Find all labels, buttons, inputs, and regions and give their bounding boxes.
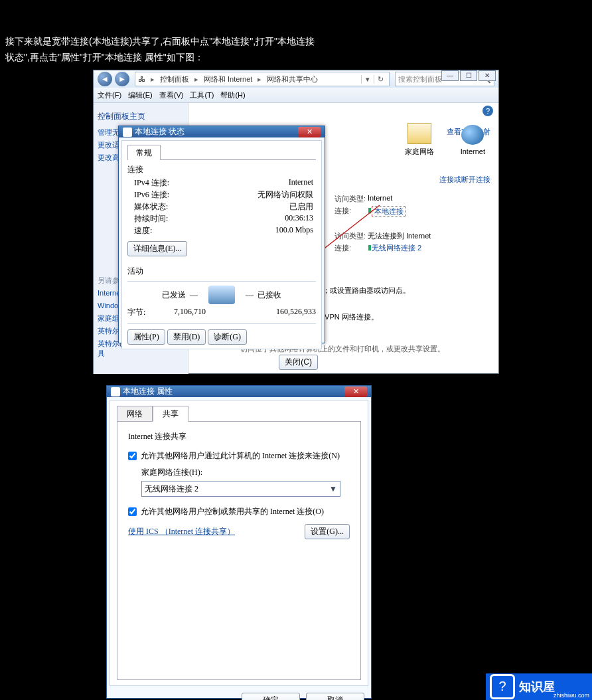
home-network-icon (407, 123, 431, 144)
article-text-1: 接下来就是宽带连接(本地连接)共享了,右面板中点"本地连接",打开"本地连接 (5, 36, 315, 48)
breadcrumb[interactable]: 🖧 ▸ 控制面板 ▸ 网络和 Internet ▸ 网络和共享中心 ▾↻ (135, 72, 390, 86)
diagnose-button[interactable]: 诊断(G) (208, 329, 247, 345)
kv-duration-v: 00:36:13 (285, 213, 313, 224)
zhishiwu-logo: ? 知识屋 zhishiwu.com (486, 673, 592, 700)
an2-access-label: 访问类型: (334, 231, 368, 241)
kv-media-v: 已启用 (289, 201, 313, 213)
details-button[interactable]: 详细信息(E)... (127, 241, 187, 256)
an2-conn-label: 连接: (334, 243, 368, 253)
allow-share-checkbox[interactable] (128, 452, 137, 460)
kv-ipv4-k: IPv4 连接: (134, 177, 181, 189)
allow-control-checkbox[interactable] (128, 507, 137, 516)
menu-view[interactable]: 查看(V) (159, 90, 184, 100)
activity-icon (208, 286, 235, 304)
internet-label: Internet (461, 147, 485, 155)
props-title: 本地连接 属性 (123, 386, 173, 397)
chevron-down-icon: ▼ (329, 484, 337, 494)
ics-heading: Internet 连接共享 (128, 431, 350, 442)
cancel-button[interactable]: 取消 (306, 693, 364, 700)
question-icon: ? (490, 674, 515, 699)
internet-icon (461, 125, 484, 145)
status-close-button[interactable]: ✕ (298, 127, 321, 137)
connection-properties-dialog: 本地连接 属性 ✕ 网络 共享 Internet 连接共享 允许其他网络用户通过… (106, 385, 372, 699)
wireless-connection-link[interactable]: 无线网络连接 2 (372, 243, 421, 253)
menu-help[interactable]: 帮助(H) (220, 90, 245, 100)
bytes-label: 字节: (127, 307, 174, 318)
allow-control-label: 允许其他网络用户控制或禁用共享的 Internet 连接(O) (141, 506, 324, 517)
related-homegroup[interactable]: 家庭组 (98, 314, 119, 322)
tab-share[interactable]: 共享 (153, 406, 188, 422)
connection-status-dialog: 本地连接 状态 ✕ 常规 连接 IPv4 连接:Internet IPv6 连接… (118, 126, 325, 343)
breadcrumb-refresh[interactable]: ↻ (374, 75, 386, 84)
home-network-label: 家庭网络 (405, 147, 434, 157)
window-buttons: — ☐ ✕ (441, 70, 496, 81)
bytes-sent: 7,106,710 (174, 307, 206, 318)
kv-ipv6-k: IPv6 连接: (134, 189, 181, 201)
combo-label: 家庭网络连接(H): (141, 467, 350, 478)
an1-conn-label: 连接: (334, 206, 368, 217)
sent-label: 已发送 (162, 290, 186, 301)
home-network-combo[interactable]: 无线网络连接 2 ▼ (141, 481, 340, 497)
status-title-bar: 本地连接 状态 ✕ (119, 126, 325, 137)
minimize-button[interactable]: — (441, 70, 459, 81)
search-placeholder: 搜索控制面板 (398, 74, 442, 84)
props-title-bar: 本地连接 属性 ✕ (107, 386, 371, 397)
allow-share-label: 允许其他网络用户通过此计算机的 Internet 连接来连接(N) (141, 450, 340, 462)
connect-disconnect-link[interactable]: 连接或断开连接 (439, 175, 490, 183)
kv-speed-k: 速度: (134, 225, 181, 236)
breadcrumb-icon: 🖧 (135, 75, 148, 83)
activity-section-label: 活动 (127, 266, 316, 277)
sidebar-heading: 控制面板主页 (98, 111, 184, 122)
recv-label: 已接收 (258, 290, 281, 301)
help-icon[interactable]: ? (482, 106, 493, 116)
menubar: 文件(F) 编辑(E) 查看(V) 工具(T) 帮助(H) (94, 88, 498, 103)
disable-button[interactable]: 禁用(D) (167, 329, 206, 345)
titlebar: ◄ ► 🖧 ▸ 控制面板 ▸ 网络和 Internet ▸ 网络和共享中心 ▾↻… (94, 70, 498, 88)
kv-ipv6-v: 无网络访问权限 (258, 189, 313, 201)
forward-button[interactable]: ► (115, 72, 129, 86)
close-button[interactable]: ✕ (479, 70, 496, 81)
menu-file[interactable]: 文件(F) (98, 90, 121, 100)
kv-duration-k: 持续时间: (134, 213, 181, 224)
back-button[interactable]: ◄ (98, 72, 112, 86)
status-tab-general[interactable]: 常规 (127, 145, 161, 160)
connection-section-label: 连接 (127, 164, 316, 175)
status-close-btn[interactable]: 关闭(C) (279, 355, 318, 370)
ics-help-link[interactable]: 使用 ICS （Internet 连接共享） (128, 526, 235, 537)
bytes-recv: 160,526,933 (206, 307, 316, 318)
logo-domain: zhishiwu.com (554, 692, 589, 699)
local-connection-link[interactable]: 本地连接 (372, 206, 406, 217)
logo-brand: 知识屋 (519, 679, 555, 695)
settings-button[interactable]: 设置(G)... (305, 524, 350, 539)
maximize-button[interactable]: ☐ (460, 70, 477, 81)
network-icon (111, 387, 120, 396)
breadcrumb-item-1[interactable]: 网络和 Internet (201, 74, 255, 84)
ok-button[interactable]: 确定 (242, 693, 300, 700)
kv-ipv4-v: Internet (289, 177, 313, 189)
props-close-button[interactable]: ✕ (344, 387, 367, 397)
breadcrumb-dropdown[interactable]: ▾ (361, 75, 374, 84)
status-title: 本地连接 状态 (135, 126, 185, 137)
breadcrumb-item-0[interactable]: 控制面板 (157, 74, 192, 84)
properties-button[interactable]: 属性(P) (127, 329, 165, 345)
active-network-2: 访问类型:无法连接到 Internet 连接: ▮ 无线网络连接 2 (334, 229, 481, 255)
an1-access-value: Internet (368, 194, 392, 204)
network-icon (123, 128, 132, 137)
article-text-2: 状态",再点击"属性"打开"本地连接 属性"如下图： (5, 52, 204, 64)
kv-speed-v: 100.0 Mbps (275, 225, 313, 236)
kv-media-k: 媒体状态: (134, 201, 181, 213)
home-network-combo-value: 无线网络连接 2 (145, 483, 198, 495)
network-diagram: 家庭网络 Internet (405, 123, 485, 157)
tab-network[interactable]: 网络 (117, 406, 153, 422)
menu-tools[interactable]: 工具(T) (190, 90, 214, 100)
an2-access-value: 无法连接到 Internet (368, 231, 431, 241)
an1-access-label: 访问类型: (334, 194, 368, 204)
menu-edit[interactable]: 编辑(E) (128, 90, 153, 100)
active-network-1: 访问类型:Internet 连接: ▮ 本地连接 (334, 192, 481, 219)
breadcrumb-item-2[interactable]: 网络和共享中心 (264, 74, 321, 84)
